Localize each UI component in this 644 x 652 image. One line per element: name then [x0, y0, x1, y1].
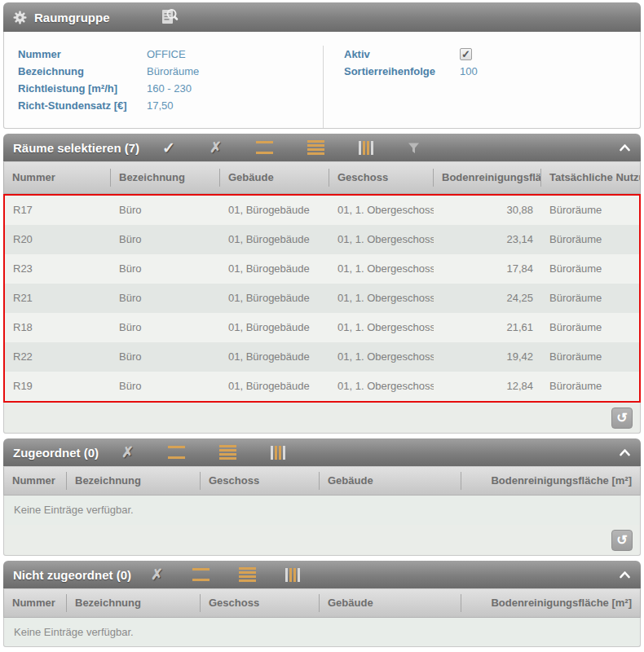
- table-cell: Büroräume: [541, 342, 639, 372]
- column-header-geschoss[interactable]: Geschoss: [329, 169, 433, 187]
- table-cell: 01, Bürogebäude: [220, 254, 329, 284]
- field-row: Aktiv: [344, 46, 640, 63]
- collapse-rows-icon[interactable]: [256, 141, 273, 154]
- table-cell: Büroräume: [541, 372, 639, 401]
- table-cell: Büro: [111, 225, 220, 254]
- field-value: 17,50: [147, 97, 174, 114]
- deselect-all-icon[interactable]: ✗: [121, 443, 134, 461]
- column-header-nummer[interactable]: Nummer: [4, 169, 110, 187]
- column-header-bodenreinigungsflaeche[interactable]: Bodenreinigungsfläche [m²]: [461, 472, 640, 490]
- reset-icon[interactable]: ↺: [611, 408, 633, 429]
- deselect-all-icon[interactable]: ✗: [210, 139, 222, 156]
- selektieren-column-header: Nummer Bezeichnung Gebäude Geschoss Bode…: [3, 161, 641, 194]
- table-cell: 24,25: [434, 284, 541, 313]
- table-cell: Büroräume: [541, 313, 639, 342]
- column-header-gebaeude[interactable]: Gebäude: [319, 594, 461, 612]
- table-cell: 21,61: [434, 313, 541, 342]
- table-row[interactable]: R17Büro01, Bürogebäude01, 1. Obergeschos…: [5, 196, 639, 225]
- column-header-gebaeude[interactable]: Gebäude: [319, 472, 461, 490]
- panel-title: Räume selektieren (7): [13, 141, 139, 155]
- table-cell: 01, Bürogebäude: [220, 284, 329, 313]
- table-cell: 01, Bürogebäude: [220, 225, 329, 254]
- table-cell: 01, 1. Obergeschoss: [329, 372, 434, 401]
- column-header-geschoss[interactable]: Geschoss: [200, 472, 319, 490]
- expand-rows-icon[interactable]: [307, 140, 324, 155]
- column-header-tatsaechliche-nutzung[interactable]: Tatsächliche Nutzung: [540, 169, 640, 187]
- table-row[interactable]: R21Büro01, Bürogebäude01, 1. Obergeschos…: [5, 284, 639, 313]
- column-settings-icon[interactable]: [359, 141, 373, 155]
- table-cell: Büro: [111, 196, 220, 225]
- table-cell: 01, 1. Obergeschoss: [329, 196, 434, 225]
- reset-icon[interactable]: ↺: [611, 530, 633, 551]
- report-preview-icon[interactable]: [159, 7, 179, 27]
- column-header-gebaeude[interactable]: Gebäude: [219, 169, 329, 187]
- field-label: Aktiv: [344, 46, 460, 63]
- column-settings-icon[interactable]: [285, 568, 300, 582]
- selektieren-footer: ↺: [3, 403, 641, 434]
- field-value: 100: [460, 63, 478, 80]
- column-header-bezeichnung[interactable]: Bezeichnung: [110, 169, 219, 187]
- column-header-bodenreinigungsflaeche[interactable]: Bodenreinigungsfläch: [433, 169, 540, 187]
- table-cell: 01, 1. Obergeschoss: [329, 254, 434, 284]
- table-cell: Büroräume: [541, 225, 639, 254]
- table-row[interactable]: R18Büro01, Bürogebäude01, 1. Obergeschos…: [5, 313, 639, 342]
- zugeordnet-panel: Zugeordnet (0) ✗ Nummer Bezeichnung Gesc…: [3, 438, 641, 556]
- collapse-panel-icon[interactable]: [619, 143, 631, 152]
- column-header-bodenreinigungsflaeche[interactable]: Bodenreinigungsfläche [m²]: [461, 594, 640, 612]
- table-cell: R17: [5, 196, 111, 225]
- field-label: Richt-Stundensatz [€]: [18, 97, 147, 114]
- nicht-zugeordnet-panel: Nicht zugeordnet (0) ✗ Nummer Bezeichnun…: [3, 561, 641, 647]
- aktiv-checkbox[interactable]: [460, 48, 472, 60]
- table-cell: 01, 1. Obergeschoss: [329, 284, 434, 313]
- collapse-rows-icon[interactable]: [168, 446, 185, 459]
- collapse-panel-icon[interactable]: [619, 570, 631, 579]
- table-cell: R18: [5, 313, 111, 342]
- field-row: Richt-Stundensatz [€] 17,50: [18, 97, 323, 114]
- table-cell: Büro: [111, 313, 220, 342]
- column-settings-icon[interactable]: [271, 446, 285, 460]
- table-row[interactable]: R22Büro01, Bürogebäude01, 1. Obergeschos…: [5, 342, 639, 372]
- gear-icon: [13, 11, 27, 24]
- table-cell: 17,84: [434, 254, 541, 284]
- raumgruppe-body: Nummer OFFICE Bezeichnung Büroräume Rich…: [3, 32, 641, 129]
- column-header-bezeichnung[interactable]: Bezeichnung: [66, 594, 200, 612]
- field-row: Bezeichnung Büroräume: [18, 63, 323, 80]
- toolbar: ✓ ✗: [162, 139, 420, 157]
- column-header-geschoss[interactable]: Geschoss: [200, 594, 319, 612]
- column-header-nummer[interactable]: Nummer: [4, 594, 66, 612]
- expand-rows-icon[interactable]: [239, 567, 256, 582]
- deselect-all-icon[interactable]: ✗: [151, 566, 163, 584]
- table-cell: R23: [5, 254, 111, 284]
- raumgruppe-panel: Raumgruppe Nummer OFFICE Bezeichnung Bür…: [3, 2, 641, 129]
- zugeordnet-titlebar: Zugeordnet (0) ✗: [3, 438, 641, 466]
- field-row: Sortierreihenfolge 100: [344, 63, 640, 80]
- zugeordnet-footer: ↺: [3, 525, 641, 556]
- field-label: Richtleistung [m²/h]: [18, 80, 147, 97]
- table-cell: 01, Bürogebäude: [220, 196, 329, 225]
- table-row[interactable]: R23Büro01, Bürogebäude01, 1. Obergeschos…: [5, 254, 639, 284]
- field-row: Richtleistung [m²/h] 160 - 230: [18, 80, 323, 97]
- field-row: Nummer OFFICE: [18, 46, 323, 63]
- table-cell: R22: [5, 342, 111, 372]
- raumgruppe-fields-left: Nummer OFFICE Bezeichnung Büroräume Rich…: [4, 46, 324, 128]
- table-row[interactable]: R19Büro01, Bürogebäude01, 1. Obergeschos…: [5, 372, 639, 401]
- table-cell: R20: [5, 225, 111, 254]
- table-cell: 12,84: [434, 372, 541, 401]
- collapse-rows-icon[interactable]: [192, 568, 210, 581]
- table-cell: 01, 1. Obergeschoss: [329, 342, 434, 372]
- selected-rows-highlight: R17Büro01, Bürogebäude01, 1. Obergeschos…: [3, 194, 641, 403]
- field-value: 160 - 230: [147, 80, 192, 97]
- raeume-selektieren-panel: Räume selektieren (7) ✓ ✗ Nummer Bezeich…: [3, 134, 641, 434]
- column-header-bezeichnung[interactable]: Bezeichnung: [66, 472, 200, 490]
- select-all-icon[interactable]: ✓: [162, 139, 175, 157]
- collapse-panel-icon[interactable]: [619, 448, 631, 456]
- panel-title: Nicht zugeordnet (0): [13, 568, 131, 582]
- table-cell: 19,42: [434, 342, 541, 372]
- column-header-nummer[interactable]: Nummer: [4, 472, 66, 490]
- filter-icon[interactable]: [408, 142, 420, 154]
- expand-rows-icon[interactable]: [219, 445, 236, 460]
- selektieren-titlebar: Räume selektieren (7) ✓ ✗: [3, 134, 641, 161]
- table-cell: Büroräume: [541, 196, 639, 225]
- table-row[interactable]: R20Büro01, Bürogebäude01, 1. Obergeschos…: [5, 225, 639, 254]
- table-cell: 30,88: [434, 196, 541, 225]
